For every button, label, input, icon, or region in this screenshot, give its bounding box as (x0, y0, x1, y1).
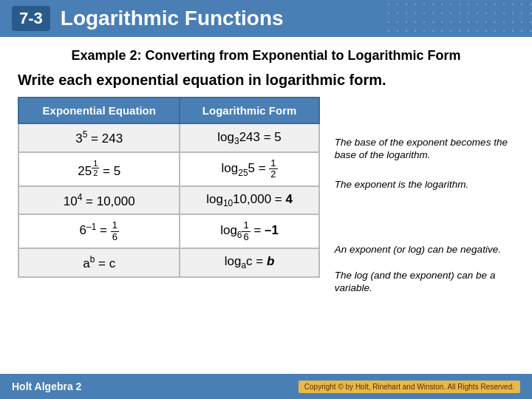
header-background-dots (384, 0, 532, 37)
table-row: 2512 = 5 log255 = 12 (18, 152, 319, 186)
notes-column: The base of the exponent becomes the bas… (335, 97, 514, 298)
table-row: ab = c logac = b (18, 248, 319, 277)
header: 7-3 Logarithmic Functions (0, 0, 532, 37)
exp-cell-1: 35 = 243 (18, 123, 180, 152)
exp-cell-4: 6–1 = 16 (18, 214, 180, 248)
page-title: Logarithmic Functions (61, 7, 284, 30)
table-row: 35 = 243 log3243 = 5 (18, 123, 319, 152)
exp-cell-3: 104 = 10,000 (18, 186, 180, 215)
note-3 (335, 200, 514, 233)
table-row: 104 = 10,000 log1010,000 = 4 (18, 186, 319, 215)
exp-cell-5: ab = c (18, 248, 180, 277)
exp-cell-2: 2512 = 5 (18, 152, 180, 186)
instruction-text: Write each exponential equation in logar… (18, 70, 514, 89)
log-cell-4: log616 = –1 (180, 214, 318, 248)
main-content: Example 2: Converting from Exponential t… (0, 37, 532, 305)
col-logarithmic-header: Logarithmic Form (180, 98, 318, 123)
log-cell-1: log3243 = 5 (180, 123, 318, 152)
log-cell-5: logac = b (180, 248, 318, 277)
footer-brand: Holt Algebra 2 (12, 381, 81, 392)
note-4: An exponent (or log) can be negative. (335, 233, 514, 265)
example-title: Example 2: Converting from Exponential t… (18, 47, 514, 64)
table-row: 6–1 = 16 log616 = –1 (18, 214, 319, 248)
log-cell-2: log255 = 12 (180, 152, 318, 186)
table-section: Exponential Equation Logarithmic Form 35… (18, 97, 514, 298)
conversion-table: Exponential Equation Logarithmic Form 35… (18, 97, 320, 277)
footer-copyright: Copyright © by Holt, Rinehart and Winsto… (299, 381, 520, 393)
note-2: The exponent is the logarithm. (335, 168, 514, 200)
log-cell-3: log1010,000 = 4 (180, 186, 318, 215)
note-1: The base of the exponent becomes the bas… (335, 129, 514, 168)
col-exponential-header: Exponential Equation (18, 98, 180, 123)
footer: Holt Algebra 2 Copyright © by Holt, Rine… (0, 374, 532, 399)
note-5: The log (and the exponent) can be a vari… (335, 265, 514, 298)
section-badge: 7-3 (12, 6, 50, 31)
